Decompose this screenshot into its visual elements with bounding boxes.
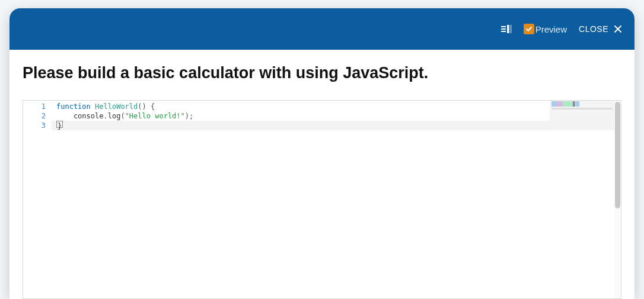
code-token: console bbox=[56, 112, 103, 120]
code-token bbox=[91, 102, 95, 111]
code-token: log bbox=[108, 112, 121, 120]
close-button[interactable]: CLOSE bbox=[579, 24, 623, 34]
code-line[interactable]: console.log("Hello world!"); bbox=[56, 111, 550, 121]
code-token: function bbox=[56, 102, 91, 111]
preview-toggle[interactable]: Preview bbox=[524, 24, 567, 34]
close-icon bbox=[613, 24, 623, 34]
minimap[interactable] bbox=[550, 101, 621, 298]
code-line[interactable]: function HelloWorld() { bbox=[56, 102, 550, 111]
prompt-title: Please build a basic calculator with usi… bbox=[23, 64, 621, 82]
code-token: . bbox=[103, 112, 107, 120]
panel-layout-icon[interactable] bbox=[501, 24, 512, 34]
line-number: 1 bbox=[23, 102, 52, 111]
editor-main[interactable]: 123 function HelloWorld() { console.log(… bbox=[23, 101, 621, 298]
code-editor[interactable]: 123 function HelloWorld() { console.log(… bbox=[23, 100, 621, 299]
code-token: "Hello world!" bbox=[125, 112, 185, 120]
svg-rect-3 bbox=[507, 25, 509, 33]
preview-checkbox-icon bbox=[524, 24, 534, 34]
close-label: CLOSE bbox=[579, 24, 608, 34]
code-token: () { bbox=[138, 102, 155, 111]
code-token: ( bbox=[120, 112, 125, 120]
editor-scrollbar[interactable] bbox=[614, 101, 621, 298]
line-number: 3 bbox=[23, 121, 52, 130]
preview-label: Preview bbox=[535, 24, 567, 34]
line-number-gutter: 123 bbox=[23, 101, 52, 298]
minimap-code-preview-icon bbox=[551, 101, 613, 107]
modal-body: Please build a basic calculator with usi… bbox=[9, 50, 635, 299]
line-number: 2 bbox=[23, 111, 52, 121]
modal-header: Preview CLOSE bbox=[9, 8, 635, 50]
svg-rect-1 bbox=[501, 28, 506, 30]
code-area[interactable]: function HelloWorld() { console.log("Hel… bbox=[52, 101, 550, 298]
code-token: HelloWorld bbox=[95, 102, 138, 111]
svg-rect-2 bbox=[501, 31, 506, 32]
svg-rect-4 bbox=[509, 25, 512, 33]
code-line[interactable]: } bbox=[56, 121, 550, 130]
modal-window: Preview CLOSE Please build a basic calcu… bbox=[9, 8, 635, 299]
svg-rect-0 bbox=[501, 26, 506, 27]
minimap-code-preview-icon bbox=[551, 108, 613, 110]
cursor-icon: } bbox=[56, 121, 63, 128]
code-token: ); bbox=[185, 112, 193, 120]
editor-scrollbar-thumb[interactable] bbox=[615, 102, 620, 208]
